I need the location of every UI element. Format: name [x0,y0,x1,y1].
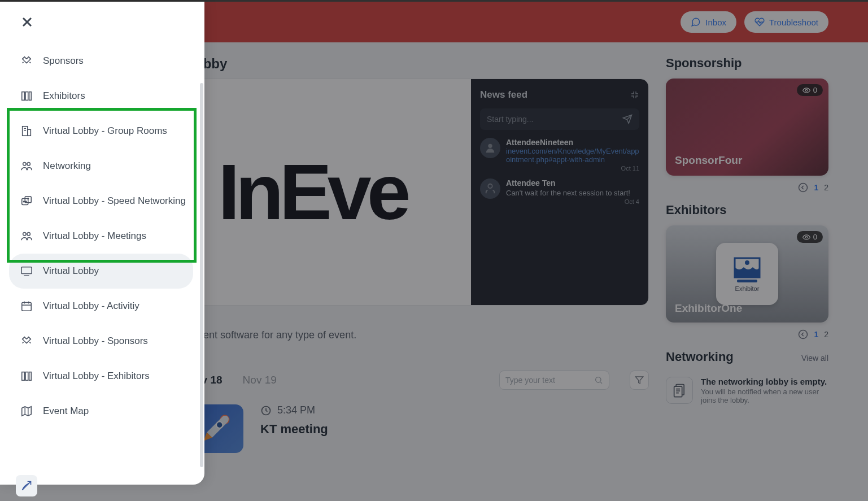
scrollbar[interactable] [200,83,203,467]
chevron-left-icon[interactable] [798,329,808,339]
session-title: KT meeting [260,422,649,437]
nav-label: Networking [43,160,91,172]
people-icon [20,160,33,172]
page-number[interactable]: 1 [814,183,818,192]
nav-label: Virtual Lobby - Speed Networking [43,195,186,207]
page-number[interactable]: 1 [814,330,818,339]
sponsor-card[interactable]: 0 SponsorFour [666,79,828,176]
svg-marker-49 [22,407,32,416]
post-link[interactable]: inevent.com/en/Knowledge/MyEvent/appoint… [506,147,639,164]
svg-rect-18 [674,386,682,397]
nav-label: Virtual Lobby - Exhibitors [43,371,150,382]
nav-item[interactable]: Virtual Lobby - Speed Networking [20,184,204,219]
eye-icon [802,233,810,241]
sponsor-pager: 1 2 [666,182,828,193]
nav-item[interactable]: Virtual Lobby - Exhibitors [20,359,204,394]
map-icon [20,405,33,417]
svg-rect-42 [22,303,32,311]
svg-point-37 [28,198,29,199]
views-count: 0 [813,86,817,94]
nav-label: Virtual Lobby [43,265,99,277]
page-number[interactable]: 2 [824,183,828,192]
svg-point-4 [596,377,601,382]
page-number[interactable]: 2 [824,330,828,339]
eye-icon [802,86,810,94]
search-placeholder: Type your text [505,376,555,385]
dice-icon [20,195,33,207]
svg-marker-6 [635,377,643,384]
newsfeed-placeholder: Start typing... [487,115,533,124]
filter-icon [635,376,644,385]
svg-point-8 [216,422,223,428]
calendar-icon [20,300,33,312]
svg-rect-24 [22,92,25,101]
troubleshoot-button[interactable]: Troubleshoot [744,11,828,33]
chat-icon [691,17,701,27]
people-icon [20,230,33,242]
nav-item[interactable]: Exhibitors [20,79,204,114]
collapse-icon[interactable] [630,90,639,99]
post-date: Oct 4 [506,198,639,205]
send-icon[interactable] [622,114,633,124]
newsfeed-title: News feed [480,89,527,101]
exhibitor-pager: 1 2 [666,329,828,339]
svg-point-14 [745,260,749,265]
inbox-button[interactable]: Inbox [681,11,736,33]
nav-item[interactable]: Sponsors [20,43,204,79]
newsfeed-post: Attendee Ten Can't wait for the next ses… [480,178,639,205]
handshake-icon [20,55,33,67]
nav-item[interactable]: Virtual Lobby - Activitiy [20,289,204,324]
documents-icon [666,377,693,404]
clock-icon [260,405,272,416]
svg-point-36 [25,201,27,202]
svg-rect-15 [737,280,757,282]
date-tab[interactable]: Nov 19 [243,374,277,386]
views-badge: 0 [797,231,823,243]
heartbeat-icon [754,17,765,27]
nav-label: Virtual Lobby - Meetings [43,230,146,242]
session-time: 5:34 PM [277,404,315,416]
networking-empty-sub: You will be notified when a new user joi… [701,387,828,404]
svg-point-11 [799,184,808,192]
booth-icon [731,256,763,283]
filter-button[interactable] [630,371,649,390]
avatar [480,138,500,158]
activities-search-input[interactable]: Type your text [499,371,609,390]
svg-point-32 [27,163,30,166]
views-badge: 0 [797,84,823,96]
session-card[interactable]: 5:34 PM KT meeting [195,404,649,453]
exhibitor-logo-block: Exhibitor [716,243,778,305]
exhibitor-card[interactable]: 0 Exhibitor ExhibitorOne [666,225,828,323]
svg-point-10 [805,89,808,92]
search-icon [594,376,603,385]
close-icon[interactable] [20,15,34,29]
svg-point-39 [27,233,30,236]
handshake-icon [20,335,33,347]
nav-item[interactable]: Virtual Lobby - Group Rooms [20,114,204,149]
chevron-left-icon[interactable] [798,182,808,193]
activities-header: ov 18 Nov 19 Type your text [195,371,649,390]
newsfeed-input[interactable]: Start typing... [480,108,639,130]
nav-item[interactable]: Networking [20,149,204,184]
svg-rect-46 [22,372,25,381]
nav-item[interactable]: Virtual Lobby - Sponsors [20,324,204,359]
post-text: Can't wait for the next session to start… [506,189,639,197]
columns-icon [20,370,33,382]
nav-item[interactable]: Virtual Lobby - Meetings [20,219,204,254]
rocket-icon [200,410,234,444]
networking-empty-state: The networking lobby is empty. You will … [666,377,828,404]
svg-rect-27 [23,127,28,136]
nav-label: Exhibitors [43,90,85,102]
svg-point-2 [488,144,492,148]
assistant-badge[interactable] [16,475,37,496]
svg-point-38 [23,233,27,236]
networking-heading: Networking [666,350,734,364]
nav-item[interactable]: Event Map [20,394,204,429]
nav-item[interactable]: Virtual Lobby [9,254,193,289]
svg-rect-26 [29,92,32,101]
post-date: Oct 11 [506,165,639,172]
view-all-link[interactable]: View all [801,354,828,363]
exhibitor-name: ExhibitorOne [675,302,742,315]
session-time-row: 5:34 PM [260,404,649,416]
sponsorship-heading: Sponsorship [666,56,741,71]
